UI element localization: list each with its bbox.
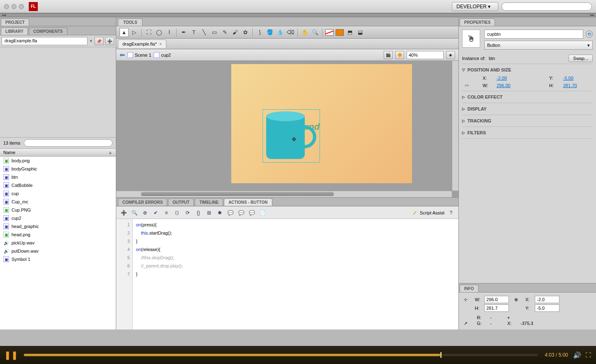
document-tab[interactable]: dragExample.fla* × [118,39,166,48]
show-hide-icon[interactable]: 💬 [248,209,256,217]
tab-tools[interactable]: TOOLS [118,18,143,26]
info-y-input[interactable] [535,304,559,312]
lasso-icon[interactable]: ⌇ [165,28,174,37]
stroke-color-icon[interactable] [325,28,334,37]
section-filters[interactable]: ▷FILTERS [462,129,593,136]
minimize-window[interactable] [12,4,16,9]
library-name-header[interactable]: Name▲ [0,149,116,157]
bone-tool-icon[interactable]: ⟆ [255,28,264,37]
tab-components[interactable]: COMPONENTS [29,28,67,35]
list-item[interactable]: ▣cup [0,189,116,198]
edit-scene-icon[interactable]: 🎬 [384,51,393,59]
panel-collapse-bar[interactable]: ◀◀▶▶ [0,13,596,17]
new-library-icon[interactable]: ➕ [105,37,114,45]
breadcrumb[interactable]: cup2 [154,52,171,58]
section-tracking[interactable]: ▷TRACKING [462,117,593,124]
w-value[interactable]: 296.00 [497,83,529,88]
expand-icon[interactable]: ⊞ [205,209,213,217]
back-arrow-icon[interactable]: ⬅ [120,51,125,59]
free-transform-icon[interactable]: ⛶ [144,28,153,37]
list-item[interactable]: ▣Symbol 1 [0,255,116,263]
code-text[interactable]: on(press){ this.startDrag(); } on(releas… [133,219,458,329]
check-syntax-icon[interactable]: ✔ [152,209,160,217]
tab-project[interactable]: PROJECT [1,18,29,26]
find-icon[interactable]: 🔍 [130,209,138,217]
text-tool-icon[interactable]: T [189,28,198,37]
code-editor[interactable]: 1 2 3 4 5 6 7 on(press){ this.startDrag(… [116,219,458,329]
circular-arrow-icon[interactable]: ⟲ [586,30,593,38]
paint-bucket-icon[interactable]: 🪣 [265,28,274,37]
tab-info[interactable]: INFO [460,285,479,292]
library-search-input[interactable] [24,139,113,147]
section-position-size[interactable]: ▽POSITION AND SIZE [462,67,593,73]
horizontal-scrollbar[interactable] [116,191,452,197]
list-item[interactable]: ▣Cup.PNG [0,206,116,214]
x-value[interactable]: -2.00 [497,76,529,81]
list-item[interactable]: ▣Cup_mc [0,198,116,206]
zoom-window[interactable] [19,4,24,9]
volume-icon[interactable]: 🔊 [573,351,581,359]
instance-name-input[interactable] [484,30,583,39]
zoom-input[interactable] [407,51,444,59]
list-item[interactable]: ▣btn [0,173,116,181]
tab-properties[interactable]: PROPERTIES [460,18,495,26]
breadcrumb[interactable]: Scene 1 [127,52,151,58]
registration-point-icon[interactable]: ⊕ [514,297,524,302]
lock-aspect-icon[interactable]: ⇔ [465,82,481,88]
info-x-input[interactable] [535,296,559,303]
tab-output[interactable]: OUTPUT [168,198,194,206]
pause-button[interactable]: ❚❚ [5,349,17,361]
pen-tool-icon[interactable]: ✒ [179,28,188,37]
eyedropper-icon[interactable]: 💧 [276,28,285,37]
add-script-icon[interactable]: ➕ [120,209,128,217]
stage[interactable]: dropSound ✥ [116,61,458,197]
selection-tool-icon[interactable]: ▲ [120,28,129,37]
code-hint-icon[interactable]: ⟨⟩ [173,209,181,217]
h-value[interactable]: 281.70 [563,83,596,88]
list-item[interactable]: 🔊putDown.wav [0,247,116,255]
library-file-dropdown[interactable]: dragExample.fla [2,37,87,45]
debug-icon[interactable]: ⟳ [184,209,192,217]
line-tool-icon[interactable]: ╲ [200,28,209,37]
swap-colors-icon[interactable]: ⬒ [345,28,354,37]
instance-type-dropdown[interactable]: Button▾ [484,41,593,50]
list-item[interactable]: ▣body.png [0,157,116,165]
workspace-dropdown[interactable]: DEVELOPER ▾ [452,2,498,11]
eraser-icon[interactable]: ⌫ [286,28,295,37]
progress-bar[interactable] [24,354,538,356]
subselection-tool-icon[interactable]: ▷ [130,28,139,37]
vertical-scrollbar[interactable] [452,61,458,191]
rectangle-tool-icon[interactable]: ▭ [210,28,219,37]
script-assist-button[interactable]: 🪄 Script Assist [412,210,444,215]
zoom-stepper-icon[interactable]: ◈ [446,51,455,59]
section-color-effect[interactable]: ▷COLOR EFFECT [462,94,593,100]
pencil-tool-icon[interactable]: ✎ [220,28,229,37]
list-item[interactable]: ▣bodyGraphic [0,165,116,173]
no-color-icon[interactable]: ⬓ [356,28,365,37]
fullscreen-icon[interactable]: ⛶ [585,352,591,358]
swap-button[interactable]: Swap... [568,55,593,62]
show-hide-icon[interactable]: 💬 [226,209,235,217]
list-item[interactable]: ▣head_graphic [0,222,116,230]
target-path-icon[interactable]: ⊕ [141,209,149,217]
deco-tool-icon[interactable]: ✿ [241,28,250,37]
registration-icon[interactable]: ⊹ [464,297,474,302]
comment-icon[interactable]: ✱ [216,209,224,217]
tab-timeline[interactable]: TIMELINE [195,198,223,206]
section-display[interactable]: ▷DISPLAY [462,106,593,112]
pin-script-icon[interactable]: 📄 [258,209,267,217]
list-item[interactable]: ▣head.png [0,230,116,239]
3d-rotation-icon[interactable]: ◯ [154,28,163,37]
info-w-input[interactable] [484,296,509,303]
show-hide-icon[interactable]: 💬 [237,209,245,217]
selection-bounds[interactable]: ✥ [262,109,320,163]
fill-color-icon[interactable] [335,28,344,37]
tab-compiler-errors[interactable]: COMPILER ERRORS [118,198,167,206]
auto-format-icon[interactable]: ≡ [162,209,170,217]
search-input[interactable] [502,2,592,11]
tab-actions[interactable]: ACTIONS - BUTTON [224,198,272,206]
list-item[interactable]: ▣cup2 [0,214,116,222]
close-icon[interactable]: × [159,41,162,46]
zoom-tool-icon[interactable]: 🔍 [311,28,320,37]
close-window[interactable] [4,4,9,9]
